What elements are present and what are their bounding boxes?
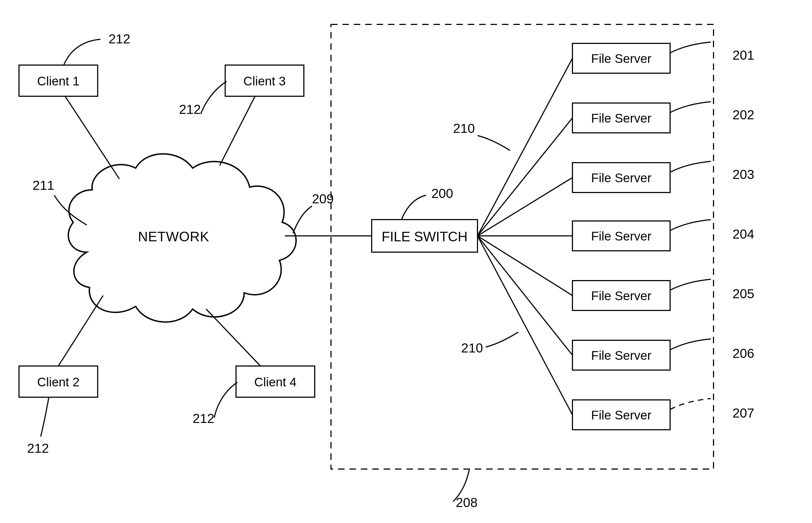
ref-212a: 212: [108, 32, 130, 46]
server-5-label: File Server: [591, 289, 651, 303]
link-client3-network: [220, 96, 255, 165]
link-switch-server3: [477, 178, 572, 236]
lead-212c-icon: [214, 382, 237, 417]
ref-210b: 210: [461, 341, 483, 355]
lead-203-icon: [670, 161, 711, 172]
link-switch-server7: [477, 236, 572, 415]
ref-212d: 212: [27, 441, 49, 455]
client-1-label: Client 1: [37, 74, 80, 88]
lead-207-icon: [670, 399, 711, 409]
ref-202: 202: [732, 108, 754, 122]
lead-205-icon: [670, 279, 711, 290]
lead-212d-icon: [41, 397, 49, 436]
server-4-label: File Server: [591, 229, 651, 243]
lead-204-icon: [670, 220, 711, 231]
lead-210a-icon: [477, 136, 510, 150]
ref-208: 208: [456, 495, 477, 510]
lead-206-icon: [670, 339, 711, 350]
file-switch-label: FILE SWITCH: [382, 229, 468, 244]
link-client2-network: [58, 295, 103, 366]
server-3-label: File Server: [591, 171, 651, 185]
link-switch-server5: [477, 236, 572, 295]
lead-212b-icon: [201, 82, 227, 114]
ref-210a: 210: [453, 121, 475, 136]
server-7-label: File Server: [591, 408, 651, 422]
ref-211: 211: [33, 178, 54, 193]
ref-212b: 212: [179, 102, 201, 116]
ref-203: 203: [732, 167, 754, 182]
link-switch-server6: [477, 236, 572, 355]
ref-212c: 212: [193, 411, 214, 426]
client-4-label: Client 4: [254, 375, 297, 389]
lead-202-icon: [670, 102, 711, 112]
link-switch-server1: [477, 58, 572, 236]
ref-207: 207: [732, 406, 754, 420]
ref-204: 204: [732, 227, 754, 241]
ref-201: 201: [732, 48, 754, 62]
link-switch-server2: [477, 118, 572, 236]
lead-209-icon: [293, 206, 312, 233]
server-1-label: File Server: [591, 52, 651, 66]
link-client4-network: [206, 309, 261, 366]
lead-200-icon: [402, 195, 426, 220]
client-3-label: Client 3: [243, 74, 286, 88]
ref-200: 200: [431, 186, 453, 201]
network-label: NETWORK: [138, 229, 209, 244]
client-2-label: Client 2: [37, 375, 80, 389]
ref-205: 205: [732, 287, 754, 301]
lead-201-icon: [670, 42, 711, 53]
link-client1-network: [65, 96, 119, 179]
lead-212a-icon: [64, 39, 100, 65]
lead-210b-icon: [486, 332, 518, 347]
ref-206: 206: [732, 346, 754, 361]
server-6-label: File Server: [591, 348, 651, 362]
ref-209: 209: [312, 192, 334, 206]
server-2-label: File Server: [591, 111, 651, 125]
